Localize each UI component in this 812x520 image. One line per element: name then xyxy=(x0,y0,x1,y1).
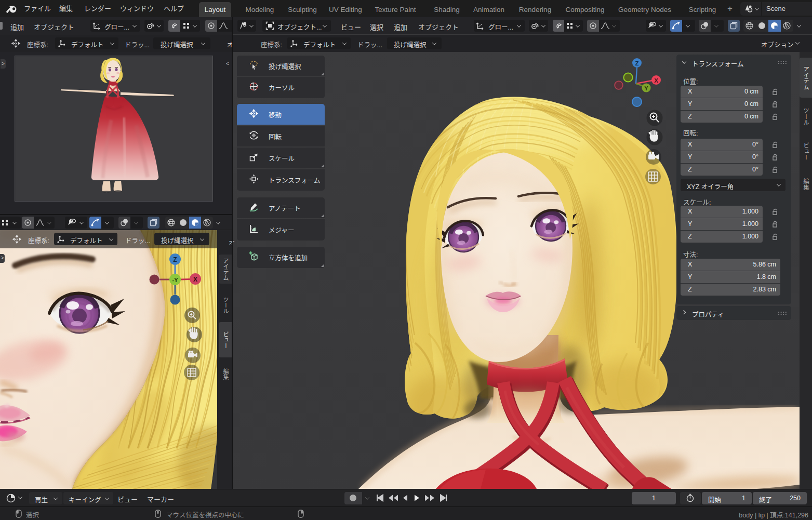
svg-text:X: X xyxy=(193,276,197,283)
svg-text:Z: Z xyxy=(173,256,177,263)
svg-text:X: X xyxy=(654,77,658,84)
svg-text:-Y: -Y xyxy=(172,277,179,283)
svg-text:Y: Y xyxy=(644,85,648,91)
svg-text:Z: Z xyxy=(635,60,638,66)
